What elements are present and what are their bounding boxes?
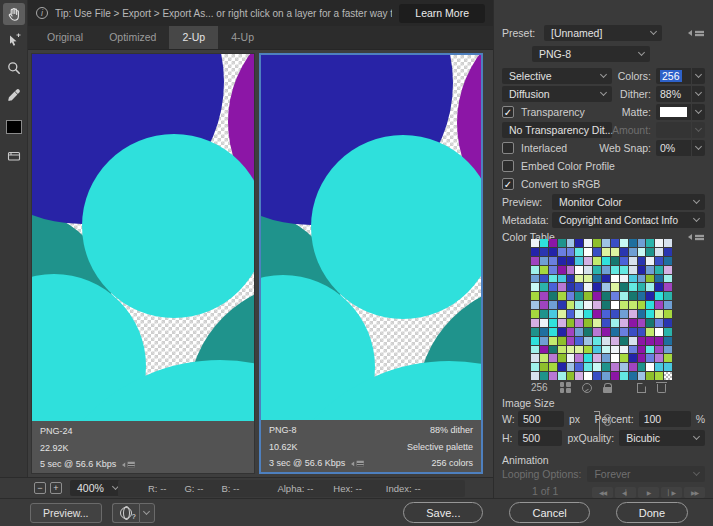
color-swatch[interactable] (549, 266, 557, 274)
color-swatch[interactable] (655, 372, 663, 380)
color-swatch[interactable] (549, 363, 557, 371)
color-swatch[interactable] (620, 354, 628, 362)
eyedropper-color-swatch[interactable] (6, 120, 22, 134)
color-swatch[interactable] (567, 363, 575, 371)
color-swatch[interactable] (558, 301, 566, 309)
color-swatch[interactable] (531, 372, 539, 380)
color-swatch[interactable] (593, 257, 601, 265)
color-swatch[interactable] (629, 292, 637, 300)
tab-original[interactable]: Original (34, 26, 96, 49)
color-swatch[interactable] (611, 372, 619, 380)
color-swatch[interactable] (531, 283, 539, 291)
color-swatch[interactable] (584, 354, 592, 362)
color-swatch[interactable] (646, 239, 654, 247)
color-swatch[interactable] (584, 328, 592, 336)
color-swatch[interactable] (646, 292, 654, 300)
color-swatch[interactable] (646, 337, 654, 345)
first-frame-button[interactable]: ◀◀ (592, 487, 613, 498)
color-swatch[interactable] (664, 301, 672, 309)
color-swatch[interactable] (593, 248, 601, 256)
color-swatch[interactable] (646, 283, 654, 291)
zoom-level-select[interactable]: 400% (70, 480, 124, 496)
color-swatch[interactable] (558, 248, 566, 256)
color-swatch[interactable] (567, 292, 575, 300)
color-swatch[interactable] (584, 257, 592, 265)
download-rate-menu-icon[interactable] (351, 459, 365, 466)
color-swatch[interactable] (620, 257, 628, 265)
color-swatch[interactable] (629, 301, 637, 309)
color-swatch[interactable] (540, 328, 548, 336)
color-swatch[interactable] (531, 266, 539, 274)
color-swatch[interactable] (611, 257, 619, 265)
toggle-slices-visibility-button[interactable] (3, 145, 25, 167)
color-swatch[interactable] (593, 301, 601, 309)
color-swatch[interactable] (646, 372, 654, 380)
color-swatch[interactable] (646, 248, 654, 256)
color-swatch[interactable] (584, 275, 592, 283)
metadata-select[interactable]: Copyright and Contact Info (552, 212, 705, 228)
color-swatch[interactable] (655, 363, 663, 371)
color-swatch[interactable] (540, 266, 548, 274)
color-swatch[interactable] (567, 372, 575, 380)
color-swatch[interactable] (593, 346, 601, 354)
color-swatch[interactable] (558, 372, 566, 380)
color-swatch[interactable] (602, 239, 610, 247)
color-swatch[interactable] (602, 257, 610, 265)
color-swatch[interactable] (611, 239, 619, 247)
color-swatch[interactable] (567, 328, 575, 336)
color-swatch[interactable] (655, 266, 663, 274)
transparency-checkbox[interactable]: ✓ (502, 106, 514, 118)
color-swatch[interactable] (549, 337, 557, 345)
width-input[interactable]: 500 (518, 411, 564, 427)
color-swatch[interactable] (584, 248, 592, 256)
color-swatch[interactable] (575, 266, 583, 274)
color-swatch[interactable] (611, 248, 619, 256)
color-swatch[interactable] (531, 363, 539, 371)
map-transparency-icon[interactable] (582, 383, 592, 393)
color-swatch[interactable] (531, 239, 539, 247)
color-swatch[interactable] (620, 337, 628, 345)
color-swatch[interactable] (629, 372, 637, 380)
color-swatch[interactable] (593, 310, 601, 318)
zoom-in-button[interactable]: + (50, 482, 62, 494)
color-swatch[interactable] (593, 283, 601, 291)
color-swatch[interactable] (611, 337, 619, 345)
color-swatch[interactable] (611, 319, 619, 327)
tab-optimized[interactable]: Optimized (96, 26, 169, 49)
color-swatch[interactable] (558, 310, 566, 318)
color-swatch[interactable] (567, 248, 575, 256)
color-swatch[interactable] (602, 328, 610, 336)
color-swatch[interactable] (664, 363, 672, 371)
color-swatch[interactable] (575, 363, 583, 371)
color-swatch[interactable] (593, 275, 601, 283)
color-swatch[interactable] (602, 301, 610, 309)
color-swatch[interactable] (664, 275, 672, 283)
color-swatch[interactable] (584, 310, 592, 318)
color-swatch[interactable] (664, 337, 672, 345)
color-swatch[interactable] (638, 248, 646, 256)
color-swatch[interactable] (584, 372, 592, 380)
color-swatch[interactable] (558, 257, 566, 265)
color-swatch[interactable] (540, 337, 548, 345)
color-swatch[interactable] (602, 354, 610, 362)
color-swatch[interactable] (549, 346, 557, 354)
color-swatch[interactable] (540, 363, 548, 371)
color-swatch[interactable] (540, 283, 548, 291)
color-swatch[interactable] (584, 301, 592, 309)
color-swatch[interactable] (575, 372, 583, 380)
color-swatch[interactable] (593, 328, 601, 336)
color-swatch[interactable] (611, 328, 619, 336)
quality-select[interactable]: Bicubic (619, 430, 705, 446)
color-swatch[interactable] (620, 346, 628, 354)
hand-tool-button[interactable] (3, 3, 25, 25)
color-swatch[interactable] (584, 283, 592, 291)
color-swatch[interactable] (655, 248, 663, 256)
color-swatch[interactable] (638, 319, 646, 327)
color-swatch[interactable] (567, 275, 575, 283)
color-swatch[interactable] (575, 257, 583, 265)
color-swatch[interactable] (558, 346, 566, 354)
color-swatch[interactable] (655, 292, 663, 300)
color-swatch[interactable] (664, 319, 672, 327)
color-swatch[interactable] (602, 337, 610, 345)
color-swatch[interactable] (549, 283, 557, 291)
